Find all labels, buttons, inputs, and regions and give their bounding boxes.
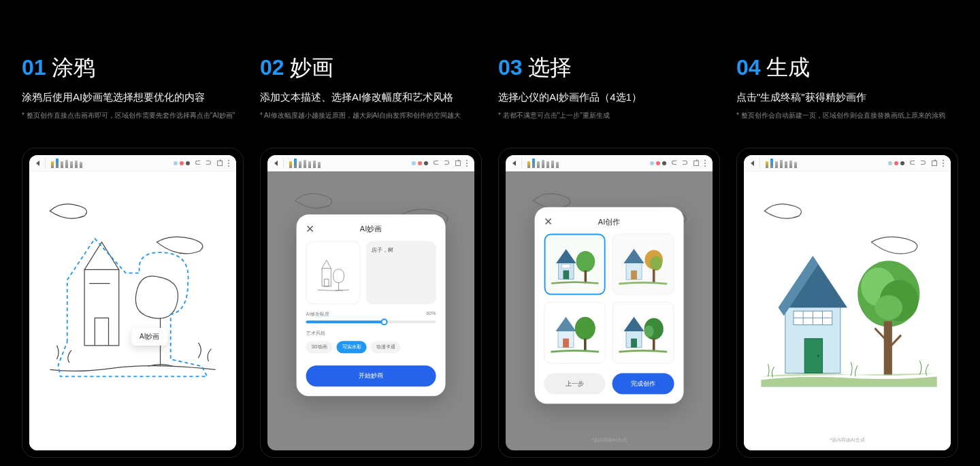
tablet-mockup: AI妙画	[22, 148, 244, 458]
step-1: 01涂鸦 涂鸦后使用AI妙画笔选择想要优化的内容 * 整页创作直接点击画布即可，…	[22, 53, 244, 458]
tablet-mockup: *该内容由AI生成	[736, 148, 958, 458]
step-desc: 点击"生成终稿"获得精妙画作	[736, 91, 958, 104]
tablet-mockup: AI妙画 房子，树 AI修改幅度60% 艺术风格	[260, 148, 482, 458]
canvas[interactable]: AI妙画	[29, 171, 236, 450]
svg-rect-14	[613, 303, 673, 363]
step-note: * AI修改幅度越小越接近原图，越大则AI自由发挥和创作的空间越大	[260, 111, 482, 120]
generated-option[interactable]	[544, 234, 606, 295]
style-chip[interactable]: 动漫卡通	[371, 342, 401, 354]
app-toolbar	[744, 155, 951, 171]
step-desc: 添加文本描述、选择AI修改幅度和艺术风格	[260, 91, 482, 104]
generated-option[interactable]	[612, 234, 674, 295]
svg-point-12	[575, 317, 595, 340]
slider-label: AI修改幅度	[306, 312, 330, 318]
back-button[interactable]: 上一步	[544, 373, 606, 394]
done-button[interactable]: 完成创作	[612, 373, 674, 394]
svg-point-3	[576, 251, 595, 272]
start-button[interactable]: 开始妙画	[306, 366, 436, 387]
step-4: 04生成 点击"生成终稿"获得精妙画作 * 整页创作会自动新建一页，区域创作则会…	[736, 53, 958, 458]
more-icon[interactable]	[704, 160, 706, 167]
step-title: 生成	[766, 53, 810, 83]
ai-disclaimer: *该内容由AI生成	[744, 437, 951, 444]
svg-rect-11	[563, 339, 569, 348]
color-palette[interactable]	[412, 161, 428, 165]
style-chip[interactable]: 3D动画	[306, 342, 333, 354]
pen-tools[interactable]	[766, 159, 797, 168]
ai-tooltip[interactable]: AI妙画	[131, 328, 167, 346]
svg-rect-15	[632, 339, 638, 348]
style-chip[interactable]: 写实水彩	[337, 342, 367, 354]
sketch-drawing	[29, 171, 236, 450]
svg-rect-6	[632, 271, 638, 280]
svg-rect-9	[653, 269, 655, 284]
step-desc: 选择心仪的AI妙画作品（4选1）	[498, 91, 720, 104]
ai-select-modal: AI创作 上一步 完成创作	[535, 207, 684, 404]
undo-icon[interactable]	[434, 161, 440, 166]
svg-point-8	[651, 256, 663, 270]
svg-point-29	[875, 295, 903, 320]
redo-icon[interactable]	[444, 161, 451, 166]
undo-icon[interactable]	[910, 161, 917, 166]
redo-icon[interactable]	[206, 161, 213, 166]
svg-rect-13	[584, 339, 587, 352]
selection-lasso	[59, 239, 208, 377]
pen-tools[interactable]	[51, 159, 82, 168]
redo-icon[interactable]	[921, 161, 928, 166]
redo-icon[interactable]	[683, 161, 689, 166]
generated-option[interactable]	[612, 302, 674, 363]
slider-value: 60%	[426, 312, 436, 318]
more-icon[interactable]	[228, 160, 229, 167]
close-icon[interactable]	[544, 218, 555, 226]
step-title: 选择	[528, 53, 572, 83]
more-icon[interactable]	[943, 160, 944, 167]
step-2: 02妙画 添加文本描述、选择AI修改幅度和艺术风格 * AI修改幅度越小越接近原…	[260, 53, 482, 458]
prompt-input[interactable]: 房子，树	[366, 241, 436, 304]
step-note: * 整页创作直接点击画布即可，区域创作需要先套作选择再点击"AI妙画"	[22, 111, 244, 120]
svg-rect-5	[613, 235, 673, 295]
svg-point-20	[817, 355, 819, 357]
svg-rect-1	[563, 270, 569, 279]
color-palette[interactable]	[888, 161, 904, 165]
slider[interactable]	[306, 321, 436, 324]
ai-disclaimer: *该内容由AI生成	[506, 437, 713, 444]
pen-tools[interactable]	[527, 159, 559, 168]
generated-option[interactable]	[544, 302, 606, 363]
svg-rect-0	[546, 235, 604, 294]
color-palette[interactable]	[650, 161, 666, 165]
step-note: * 若都不满意可点击"上一步"重新生成	[498, 111, 720, 120]
undo-icon[interactable]	[672, 161, 679, 166]
modal-title: AI妙画	[317, 224, 436, 234]
modal-title: AI创作	[555, 217, 674, 227]
result-canvas: *该内容由AI生成	[744, 171, 951, 450]
back-icon[interactable]	[751, 161, 754, 166]
share-icon[interactable]	[693, 161, 700, 166]
back-icon[interactable]	[36, 161, 39, 166]
svg-rect-4	[585, 270, 587, 283]
app-toolbar	[267, 155, 474, 171]
undo-icon[interactable]	[195, 161, 202, 166]
svg-rect-2	[562, 265, 570, 268]
share-icon[interactable]	[932, 161, 938, 166]
generated-artwork	[744, 171, 951, 450]
source-thumbnail	[306, 241, 361, 304]
step-title: 妙画	[290, 53, 333, 83]
svg-point-17	[644, 326, 654, 338]
step-title: 涂鸦	[52, 53, 95, 83]
step-note: * 整页创作会自动新建一页，区域创作则会直接替换画纸上原来的涂鸦	[736, 111, 958, 120]
more-icon[interactable]	[466, 160, 468, 167]
pen-tools[interactable]	[289, 159, 321, 168]
step-3: 03选择 选择心仪的AI妙画作品（4选1） * 若都不满意可点击"上一步"重新生…	[498, 53, 720, 458]
tablet-mockup: AI创作 上一步 完成创作 *该内容由AI生成	[498, 148, 720, 458]
share-icon[interactable]	[455, 161, 462, 166]
svg-rect-19	[804, 339, 822, 373]
back-icon[interactable]	[274, 161, 278, 166]
step-number: 04	[736, 55, 761, 80]
ai-config-modal: AI妙画 房子，树 AI修改幅度60% 艺术风格	[297, 214, 446, 396]
share-icon[interactable]	[217, 161, 224, 166]
step-desc: 涂鸦后使用AI妙画笔选择想要优化的内容	[22, 91, 244, 104]
color-palette[interactable]	[174, 161, 190, 165]
back-icon[interactable]	[512, 161, 516, 166]
close-icon[interactable]	[306, 225, 317, 233]
step-number: 02	[260, 55, 284, 80]
style-label: 艺术风格	[306, 331, 436, 337]
